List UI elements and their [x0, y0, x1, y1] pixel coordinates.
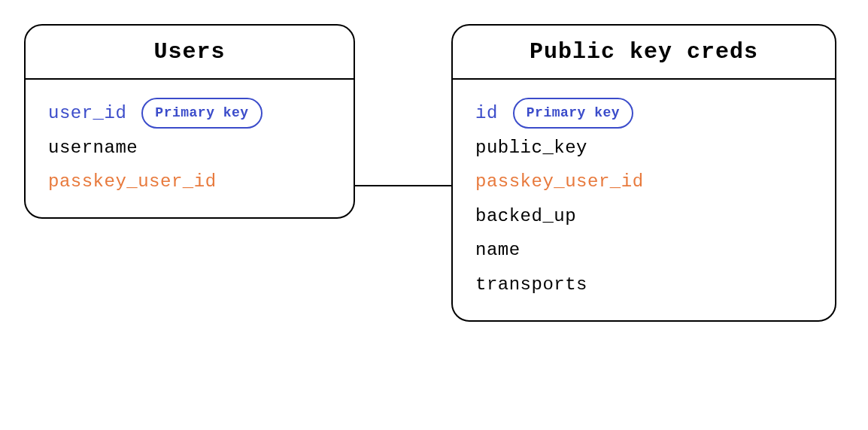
- entity-users-title: Users: [26, 26, 354, 80]
- field-name: user_id: [48, 96, 126, 131]
- entity-users-body: user_id Primary key username passkey_use…: [26, 80, 354, 217]
- entity-creds-body: id Primary key public_key passkey_user_i…: [453, 80, 835, 320]
- field-name: passkey_user_id: [475, 165, 644, 199]
- primary-key-badge: Primary key: [513, 98, 633, 129]
- entity-creds-title: Public key creds: [453, 26, 835, 80]
- field-name: id: [475, 96, 498, 131]
- field-row: id Primary key: [475, 96, 812, 131]
- field-name: public_key: [475, 131, 587, 165]
- primary-key-badge: Primary key: [141, 98, 262, 129]
- field-name: backed_up: [475, 199, 576, 234]
- relationship-connector: [355, 185, 451, 186]
- entity-public-key-creds: Public key creds id Primary key public_k…: [451, 24, 836, 322]
- field-row: name: [475, 233, 812, 268]
- field-row: user_id Primary key: [48, 96, 331, 131]
- field-name: username: [48, 131, 138, 165]
- field-name: transports: [475, 268, 587, 302]
- field-name: passkey_user_id: [48, 165, 217, 199]
- field-row: passkey_user_id: [48, 165, 331, 199]
- field-row: backed_up: [475, 199, 812, 234]
- field-row: username: [48, 131, 331, 165]
- entity-users: Users user_id Primary key username passk…: [24, 24, 355, 219]
- field-row: transports: [475, 268, 812, 302]
- field-row: public_key: [475, 131, 812, 165]
- field-name: name: [475, 233, 520, 268]
- field-row: passkey_user_id: [475, 165, 812, 199]
